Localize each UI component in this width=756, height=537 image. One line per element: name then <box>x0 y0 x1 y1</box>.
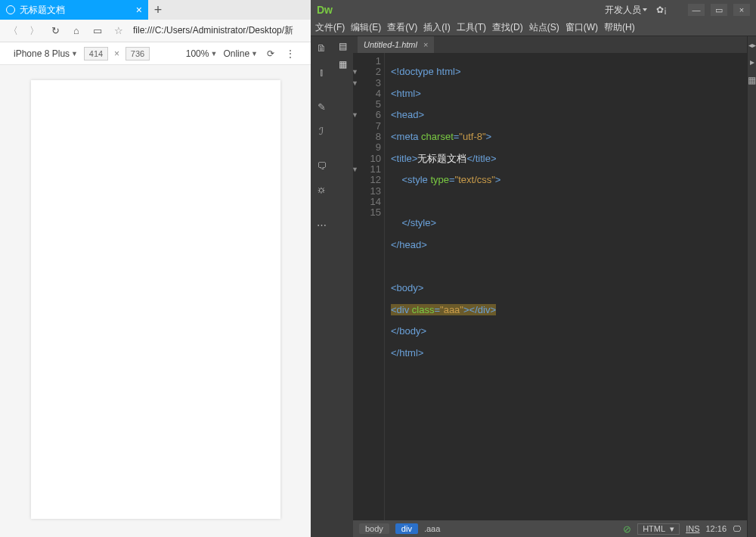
crumb-div[interactable]: div <box>395 523 418 534</box>
home-button[interactable]: ⌂ <box>70 25 83 36</box>
menu-insert[interactable]: 插入(I) <box>423 21 450 34</box>
close-file-icon[interactable]: × <box>423 40 428 49</box>
line-gutter: 12▼3▼456▼7891011▼12131415 <box>353 53 385 520</box>
settings-icon[interactable]: ⛭ <box>314 183 328 197</box>
dom-icon[interactable]: ▦ <box>339 59 347 70</box>
editor-main: Untitled-1.html × 12▼3▼456▼7891011▼12131… <box>353 36 747 537</box>
preview-canvas[interactable] <box>31 80 280 519</box>
dw-logo: Dw <box>317 4 333 16</box>
assets-icon[interactable]: ▤ <box>339 41 347 51</box>
file-icon[interactable]: 🗎 <box>314 41 328 54</box>
left-rail: 🗎 ⫿ ✎ ℐ 🗨 ⛭ ⋯ <box>311 36 332 537</box>
sliders-icon[interactable]: ⫿ <box>314 65 328 79</box>
reload-button[interactable]: ↻ <box>48 25 62 36</box>
status-ok-icon[interactable]: ⊘ <box>623 523 631 535</box>
chat-icon[interactable]: 🗨 <box>314 159 328 172</box>
gear-icon[interactable]: ✿¡ <box>656 5 667 15</box>
close-window-button[interactable]: × <box>733 4 750 16</box>
brush-icon[interactable]: ℐ <box>314 124 328 138</box>
menu-window[interactable]: 窗口(W) <box>565 21 598 34</box>
device-dropdown[interactable]: iPhone 8 Plus▼ <box>14 48 78 59</box>
menu-edit[interactable]: 编辑(E) <box>351 21 381 34</box>
crumb-class[interactable]: .aaa <box>424 524 440 533</box>
dim-x: × <box>114 48 119 59</box>
menu-bar: 文件(F) 编辑(E) 查看(V) 插入(I) 工具(T) 查找(D) 站点(S… <box>311 20 756 36</box>
code-editor[interactable]: 12▼3▼456▼7891011▼12131415 <!doctype html… <box>353 53 747 520</box>
close-icon[interactable]: × <box>136 4 142 16</box>
menu-help[interactable]: 帮助(H) <box>604 21 635 34</box>
lang-dropdown[interactable]: HTML▾ <box>637 523 680 535</box>
rotate-button[interactable]: ⟳ <box>264 48 277 59</box>
expand-right-icon[interactable]: ◂▸ <box>748 41 756 49</box>
code-lines[interactable]: <!doctype html> <html> <head> <meta char… <box>385 53 747 520</box>
insert-mode[interactable]: INS <box>686 524 699 533</box>
panel-icon-2[interactable]: ▦ <box>748 75 756 85</box>
star-icon[interactable]: ☆ <box>112 25 125 36</box>
url-field[interactable]: file:///C:/Users/Administrator/Desktop/新 <box>133 24 305 37</box>
browser-tabs: 无标题文档 × + <box>0 0 311 20</box>
dreamweaver-pane: Dw 开发人员 ✿¡ — ▭ × 文件(F) 编辑(E) 查看(V) 插入(I)… <box>311 0 756 537</box>
more-icon[interactable]: ⋯ <box>314 218 328 231</box>
width-input[interactable] <box>84 47 108 61</box>
height-input[interactable] <box>125 47 150 61</box>
preview-area <box>0 65 311 537</box>
tab-title: 无标题文档 <box>20 4 65 17</box>
menu-view[interactable]: 查看(V) <box>387 21 417 34</box>
right-rail: ◂▸ ▸ ▦ <box>747 36 756 537</box>
kebab-icon[interactable]: ⋮ <box>284 48 297 59</box>
dw-titlebar: Dw 开发人员 ✿¡ — ▭ × <box>311 0 756 20</box>
minimize-button[interactable]: — <box>688 4 705 16</box>
maximize-button[interactable]: ▭ <box>711 4 727 16</box>
forward-button[interactable]: 〉 <box>27 24 41 38</box>
menu-file[interactable]: 文件(F) <box>315 21 345 34</box>
zoom-dropdown[interactable]: 100%▼ <box>186 48 218 59</box>
menu-find[interactable]: 查找(D) <box>492 21 523 34</box>
left-rail-2: ▤ ▦ <box>332 36 353 537</box>
devtools-bar: iPhone 8 Plus▼ × 100%▼ Online▼ ⟳ ⋮ <box>0 42 311 65</box>
online-dropdown[interactable]: Online▼ <box>223 48 258 59</box>
menu-site[interactable]: 站点(S) <box>529 21 559 34</box>
file-tab-label: Untitled-1.html <box>364 40 417 49</box>
browser-pane: 无标题文档 × + 〈 〉 ↻ ⌂ ▭ ☆ file:///C:/Users/A… <box>0 0 311 537</box>
browser-tab-active[interactable]: 无标题文档 × <box>0 0 148 20</box>
address-bar: 〈 〉 ↻ ⌂ ▭ ☆ file:///C:/Users/Administrat… <box>0 20 311 42</box>
globe-icon <box>6 5 15 14</box>
menu-tools[interactable]: 工具(T) <box>457 21 486 34</box>
reader-button[interactable]: ▭ <box>91 25 104 36</box>
panel-icon-1[interactable]: ▸ <box>750 57 754 67</box>
crumb-body[interactable]: body <box>359 523 389 534</box>
wand-icon[interactable]: ✎ <box>314 100 328 113</box>
status-bar: body div .aaa ⊘ HTML▾ INS 12:16 🖵 <box>353 520 747 537</box>
monitor-icon[interactable]: 🖵 <box>733 524 741 533</box>
file-tab-active[interactable]: Untitled-1.html × <box>358 36 434 53</box>
file-tabs: Untitled-1.html × <box>353 36 747 53</box>
workspace-dropdown[interactable]: 开发人员 <box>605 4 641 17</box>
status-time: 12:16 <box>705 524 727 533</box>
back-button[interactable]: 〈 <box>6 24 20 38</box>
new-tab-button[interactable]: + <box>148 2 168 18</box>
